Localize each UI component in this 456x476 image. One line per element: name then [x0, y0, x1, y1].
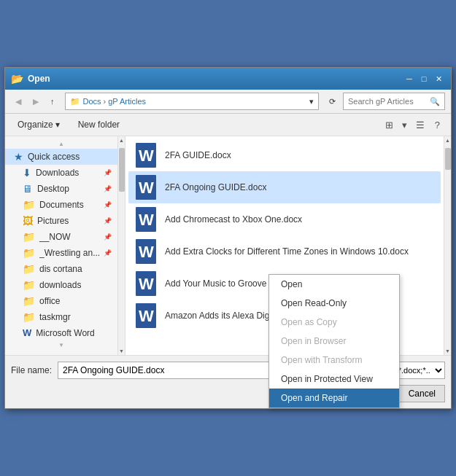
breadcrumb[interactable]: 📁 Docs › gP Articles ▾	[65, 93, 320, 110]
filelist-scroll-down-arrow[interactable]: ▼	[445, 347, 450, 355]
sidebar-item-label: Quick access	[28, 152, 80, 162]
sidebar-item-pictures[interactable]: 🖼 Pictures 📌	[5, 213, 117, 229]
pin-icon: 📌	[104, 233, 112, 241]
open-dialog: 📂 Open ─ □ ✕ ◀ ▶ ↑ 📁 Docs › gP Articles …	[4, 67, 452, 409]
svg-text:W: W	[139, 211, 154, 229]
filelist-scrollbar[interactable]: ▲ ▼	[444, 136, 451, 355]
dropdown-item-open-browser[interactable]: Open in Browser	[269, 332, 399, 351]
sidebar-item-documents[interactable]: 📁 Documents 📌	[5, 197, 117, 213]
sidebar-item-label: dis cortana	[39, 264, 82, 274]
breadcrumb-icon: 📁	[70, 97, 80, 106]
breadcrumb-dropdown[interactable]: ▾	[309, 97, 314, 106]
sidebar-scroll-thumb[interactable]	[119, 148, 125, 192]
sidebar-scrollbar[interactable]: ▲ ▼	[118, 136, 125, 355]
dropdown-item-open-copy[interactable]: Open as Copy	[269, 313, 399, 332]
organize-arrow: ▾	[55, 120, 60, 130]
breadcrumb-gp[interactable]: gP Articles	[108, 97, 146, 106]
file-icon-3: W	[134, 208, 158, 231]
search-input[interactable]	[348, 97, 430, 106]
file-item-2[interactable]: W 2FA Ongoing GUIDE.docx	[128, 171, 441, 203]
view-extra-button[interactable]: ⊞	[382, 117, 397, 133]
svg-text:W: W	[139, 179, 154, 197]
new-folder-button[interactable]: New folder	[72, 117, 125, 132]
filelist-scroll-track	[444, 144, 451, 347]
svg-text:W: W	[139, 243, 154, 261]
file-item-3[interactable]: W Add Chromecast to Xbox One.docx	[128, 203, 441, 235]
pin-icon: 📌	[104, 249, 112, 257]
sidebar-item-quick-access[interactable]: ★ Quick access	[5, 149, 117, 165]
view-details-button[interactable]: ☰	[412, 117, 428, 133]
title-bar-icon: 📂	[11, 73, 23, 85]
desktop-icon: 🖥	[23, 183, 33, 195]
svg-text:W: W	[139, 147, 154, 165]
back-button[interactable]: ◀	[11, 95, 26, 109]
file-icon-6: W	[134, 304, 158, 327]
sidebar-item-label: __NOW	[39, 232, 71, 242]
view-dropdown-button[interactable]: ▾	[398, 117, 411, 133]
sidebar-item-wrestling[interactable]: 📁 _Wrestling an... 📌	[5, 245, 117, 261]
dropdown-item-open-repair[interactable]: Open and Repair	[269, 389, 399, 407]
pin-icon: 📌	[104, 169, 112, 176]
sidebar-item-label: Documents	[39, 200, 84, 210]
file-item-4[interactable]: W Add Extra Clocks for Different Time Zo…	[128, 235, 441, 268]
file-item-1[interactable]: W 2FA GUIDE.docx	[128, 139, 441, 171]
wrestling-icon: 📁	[23, 247, 35, 259]
sidebar-scroll-down[interactable]: ▼	[58, 342, 64, 348]
quick-access-icon: ★	[14, 151, 23, 163]
sidebar-scroll-up[interactable]: ▲	[58, 141, 64, 147]
refresh-button[interactable]: ⟳	[325, 95, 340, 109]
sidebar-item-desktop[interactable]: 🖥 Desktop 📌	[5, 181, 117, 197]
cancel-button[interactable]: Cancel	[399, 385, 445, 402]
sidebar-item-downloads2[interactable]: 📁 downloads	[5, 277, 117, 293]
secondary-toolbar: Organize ▾ New folder ⊞ ▾ ☰ ?	[5, 114, 451, 136]
dropdown-item-open-transform[interactable]: Open with Transform	[269, 351, 399, 370]
now-icon: 📁	[23, 231, 35, 243]
sidebar-item-label: downloads	[39, 280, 81, 290]
dropdown-item-open-readonly[interactable]: Open Read-Only	[269, 294, 399, 313]
sidebar-scroll-up-arrow[interactable]: ▲	[119, 136, 124, 144]
pin-icon: 📌	[104, 201, 112, 208]
sidebar-scroll-down-arrow[interactable]: ▼	[119, 347, 124, 355]
maximize-button[interactable]: □	[417, 72, 430, 85]
organize-button[interactable]: Organize ▾	[11, 117, 66, 133]
file-name-2: 2FA Ongoing GUIDE.docx	[165, 182, 266, 192]
svg-text:W: W	[139, 307, 154, 325]
organize-label: Organize	[18, 120, 53, 130]
view-buttons: ⊞ ▾ ☰ ?	[382, 117, 445, 133]
file-icon-1: W	[134, 144, 158, 167]
downloads-icon: ⬇	[23, 167, 31, 179]
filename-label: File name:	[11, 365, 52, 375]
search-bar: 🔍	[343, 93, 445, 110]
title-bar-controls: ─ □ ✕	[403, 72, 445, 85]
sidebar-item-label: Downloads	[36, 168, 79, 178]
dropdown-item-open[interactable]: Open	[269, 275, 399, 294]
sidebar-item-downloads[interactable]: ⬇ Downloads 📌	[5, 165, 117, 181]
sidebar-item-label: Microsoft Word	[36, 328, 94, 338]
forward-button[interactable]: ▶	[28, 95, 43, 109]
sidebar-scroll-track	[118, 144, 125, 347]
filelist-scroll-up-arrow[interactable]: ▲	[445, 136, 450, 144]
help-button[interactable]: ?	[430, 117, 445, 133]
sidebar-item-dis-cortana[interactable]: 📁 dis cortana	[5, 261, 117, 277]
file-name-1: 2FA GUIDE.docx	[165, 150, 231, 160]
sidebar-item-taskmgr[interactable]: 📁 taskmgr	[5, 309, 117, 325]
pin-icon: 📌	[104, 185, 112, 192]
sidebar: ▲ ★ Quick access ⬇ Downloads 📌 🖥 Desktop…	[5, 136, 118, 355]
close-button[interactable]: ✕	[432, 72, 445, 85]
sidebar-item-label: _Wrestling an...	[39, 248, 100, 258]
sidebar-item-office[interactable]: 📁 office	[5, 293, 117, 309]
sidebar-item-label: taskmgr	[39, 312, 71, 322]
sidebar-item-now[interactable]: 📁 __NOW 📌	[5, 229, 117, 245]
navigation-toolbar: ◀ ▶ ↑ 📁 Docs › gP Articles ▾ ⟳ 🔍	[5, 90, 451, 114]
downloads2-icon: 📁	[23, 279, 35, 291]
up-button[interactable]: ↑	[46, 95, 59, 108]
filelist-scroll-thumb[interactable]	[445, 148, 451, 170]
dropdown-item-open-protected[interactable]: Open in Protected View	[269, 370, 399, 389]
sidebar-item-microsoft-word[interactable]: W Microsoft Word	[5, 325, 117, 340]
minimize-button[interactable]: ─	[403, 72, 416, 85]
breadcrumb-docs[interactable]: Docs	[83, 97, 101, 106]
sidebar-item-label: Desktop	[37, 184, 69, 194]
taskmgr-icon: 📁	[23, 311, 35, 323]
file-name-4: Add Extra Clocks for Different Time Zone…	[165, 246, 409, 257]
title-bar-title: Open	[28, 74, 403, 84]
